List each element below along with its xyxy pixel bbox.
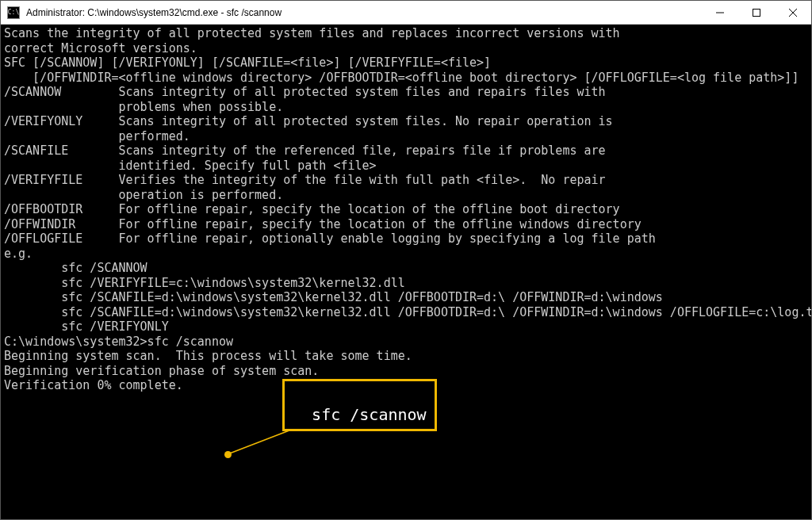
window-title: Administrator: C:\windows\system32\cmd.e… xyxy=(26,7,702,18)
callout-text: sfc /scannow xyxy=(312,405,427,424)
terminal-line: Scans the integrity of all protected sys… xyxy=(4,26,808,41)
terminal-line: [/OFFWINDIR=<offline windows directory> … xyxy=(4,71,808,86)
callout-dot xyxy=(224,451,232,458)
terminal-line: e.g. xyxy=(4,247,808,262)
svg-rect-1 xyxy=(753,9,760,16)
terminal-line: /SCANNOW Scans integrity of all protecte… xyxy=(4,85,808,100)
terminal-line: /VERIFYFILE Verifies the integrity of th… xyxy=(4,173,808,188)
terminal-line: /OFFWINDIR For offline repair, specify t… xyxy=(4,217,808,232)
maximize-icon xyxy=(753,9,760,17)
terminal-line: performed. xyxy=(4,129,808,144)
minimize-button[interactable] xyxy=(702,1,738,24)
terminal-line: sfc /SCANFILE=d:\windows\system32\kernel… xyxy=(4,290,808,305)
close-button[interactable] xyxy=(775,1,811,24)
terminal-line: operation is performed. xyxy=(4,188,808,203)
terminal-line: sfc /VERIFYONLY xyxy=(4,319,808,335)
titlebar[interactable]: C:\ Administrator: C:\windows\system32\c… xyxy=(1,1,811,25)
terminal-line: sfc /SCANNOW xyxy=(4,261,808,276)
terminal-line: problems when possible. xyxy=(4,100,808,115)
terminal-line: /SCANFILE Scans integrity of the referen… xyxy=(4,143,808,159)
terminal-line: Beginning system scan. This process will… xyxy=(4,349,808,364)
terminal-line: SFC [/SCANNOW] [/VERIFYONLY] [/SCANFILE=… xyxy=(4,55,808,71)
terminal-line: Beginning verification phase of system s… xyxy=(4,364,808,379)
minimize-icon xyxy=(716,9,724,17)
terminal-line: identified. Specify full path <file> xyxy=(4,159,808,174)
terminal-line: sfc /VERIFYFILE=c:\windows\system32\kern… xyxy=(4,276,808,291)
annotation-callout: sfc /scannow xyxy=(282,379,437,431)
maximize-button[interactable] xyxy=(738,1,775,24)
terminal-output[interactable]: Scans the integrity of all protected sys… xyxy=(1,25,811,519)
close-icon xyxy=(789,9,797,17)
window-controls xyxy=(702,1,811,24)
terminal-line: sfc /SCANFILE=d:\windows\system32\kernel… xyxy=(4,305,808,320)
terminal-line: /OFFBOOTDIR For offline repair, specify … xyxy=(4,202,808,217)
terminal-line: /OFFLOGFILE For offline repair, optional… xyxy=(4,231,808,247)
cmd-window: C:\ Administrator: C:\windows\system32\c… xyxy=(0,0,812,520)
terminal-line: /VERIFYONLY Scans integrity of all prote… xyxy=(4,114,808,129)
terminal-line: C:\windows\system32>sfc /scannow xyxy=(4,335,808,350)
cmd-icon: C:\ xyxy=(7,6,20,19)
terminal-line: correct Microsoft versions. xyxy=(4,41,808,56)
